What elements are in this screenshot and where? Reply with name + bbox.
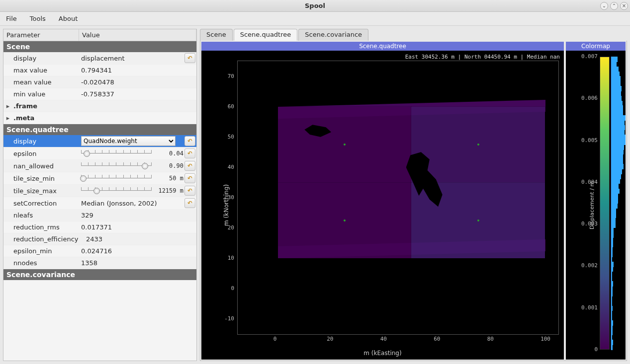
- tab-scene[interactable]: Scene: [200, 29, 233, 41]
- reset-button[interactable]: ↶: [184, 53, 195, 63]
- emin-value: 0.024716: [79, 247, 196, 255]
- scene-max-value: 0.794341: [79, 67, 196, 74]
- emin-label: epsilon_min: [4, 247, 79, 255]
- reset-button[interactable]: ↶: [184, 161, 195, 171]
- scene-min-value: -0.758337: [79, 90, 196, 98]
- tilemax-value: 12159 m: [155, 187, 184, 194]
- scene-display-value: displacement: [79, 55, 184, 62]
- scene-min-label: min value: [4, 90, 79, 98]
- main-plot-canvas[interactable]: East 30452.36 m | North 04450.94 m | Med…: [201, 51, 564, 360]
- nnodes-value: 1358: [79, 259, 196, 267]
- reset-button[interactable]: ↶: [184, 198, 195, 208]
- quadtree-display-select[interactable]: QuadNode.weight: [81, 136, 176, 146]
- plot-title: Scene.quadtree: [201, 42, 564, 51]
- epsilon-slider[interactable]: [81, 149, 152, 158]
- scene-display-label: display: [4, 55, 79, 62]
- window-buttons: ⌄ ⌃ ×: [600, 2, 628, 10]
- menubar: File Tools About: [0, 12, 630, 26]
- nan-slider[interactable]: [81, 161, 152, 170]
- tilemax-label: tile_size_max: [4, 187, 79, 195]
- nleafs-label: nleafs: [4, 212, 79, 219]
- header-parameter[interactable]: Parameter: [3, 29, 79, 41]
- parameter-panel: Parameter Value Scene display displaceme…: [3, 29, 197, 361]
- reset-button[interactable]: ↶: [184, 186, 195, 196]
- reset-button[interactable]: ↶: [184, 148, 195, 158]
- tab-bar: Scene Scene.quadtree Scene.covariance: [200, 29, 627, 41]
- rrms-label: reduction_rms: [4, 223, 79, 231]
- parameter-header: Parameter Value: [3, 29, 196, 41]
- header-value[interactable]: Value: [79, 29, 196, 41]
- setcorr-value: Median (Jonsson, 2002): [79, 200, 184, 207]
- colormap-panel: Colormap Displacement / m 00.0010.0020.0…: [566, 42, 626, 360]
- main-plot-panel: Scene.quadtree East 30452.36 m | North 0…: [201, 42, 564, 360]
- colormap-title: Colormap: [566, 42, 626, 51]
- scene-max-label: max value: [4, 67, 79, 74]
- maximize-button[interactable]: ⌃: [610, 2, 618, 10]
- setcorr-label: setCorrection: [4, 200, 79, 207]
- epsilon-label: epsilon: [4, 150, 79, 157]
- chevron-right-icon: ▸: [4, 102, 11, 110]
- menu-file[interactable]: File: [4, 14, 19, 23]
- tab-covariance[interactable]: Scene.covariance: [298, 29, 368, 41]
- tilemin-label: tile_size_min: [4, 175, 79, 182]
- plot-area: Scene Scene.quadtree Scene.covariance Sc…: [200, 29, 627, 361]
- scene-frame: .frame: [11, 102, 86, 110]
- titlebar: Spool ⌄ ⌃ ×: [0, 0, 630, 12]
- tab-quadtree[interactable]: Scene.quadtree: [234, 29, 298, 41]
- scene-mean-value: -0.020478: [79, 78, 196, 86]
- group-quadtree[interactable]: Scene.quadtree: [3, 124, 196, 135]
- plot-region[interactable]: [237, 61, 559, 335]
- tree-meta[interactable]: ▸ .meta: [3, 112, 196, 124]
- reset-button[interactable]: ↶: [184, 173, 195, 183]
- window-title: Spool: [305, 2, 325, 9]
- quadtree-display-label: display: [4, 138, 79, 145]
- nleafs-value: 329: [79, 212, 196, 219]
- menu-about[interactable]: About: [57, 14, 80, 23]
- scene-mean-label: mean value: [4, 78, 79, 86]
- nan-value: 0.90: [155, 162, 184, 169]
- rrms-value: 0.017371: [79, 223, 196, 231]
- tilemax-slider[interactable]: [81, 186, 152, 195]
- y-axis-label: m (kNorthing): [205, 51, 247, 360]
- group-scene[interactable]: Scene: [3, 41, 196, 52]
- menu-tools[interactable]: Tools: [28, 14, 48, 23]
- x-axis-label: m (kEasting): [201, 350, 564, 357]
- colormap-canvas[interactable]: Displacement / m 00.0010.0020.0030.0040.…: [566, 51, 626, 360]
- tilemin-slider[interactable]: [81, 174, 152, 183]
- quadtree-display-row[interactable]: display QuadNode.weight ↶: [3, 135, 196, 147]
- tilemin-value: 50 m: [155, 175, 184, 182]
- minimize-button[interactable]: ⌄: [600, 2, 608, 10]
- nan-label: nan_allowed: [4, 162, 79, 170]
- tree-frame[interactable]: ▸ .frame: [3, 100, 196, 112]
- reff-label: reduction_efficiency: [4, 235, 84, 243]
- chevron-right-icon: ▸: [4, 114, 11, 122]
- reff-value: 2433: [84, 235, 196, 243]
- scene-meta: .meta: [11, 114, 86, 122]
- close-button[interactable]: ×: [620, 2, 628, 10]
- cursor-status: East 30452.36 m | North 04450.94 m | Med…: [405, 54, 560, 60]
- nnodes-label: nnodes: [4, 259, 79, 267]
- group-covariance[interactable]: Scene.covariance: [3, 269, 196, 280]
- reset-button[interactable]: ↶: [184, 136, 195, 146]
- epsilon-value: 0.04: [155, 150, 184, 157]
